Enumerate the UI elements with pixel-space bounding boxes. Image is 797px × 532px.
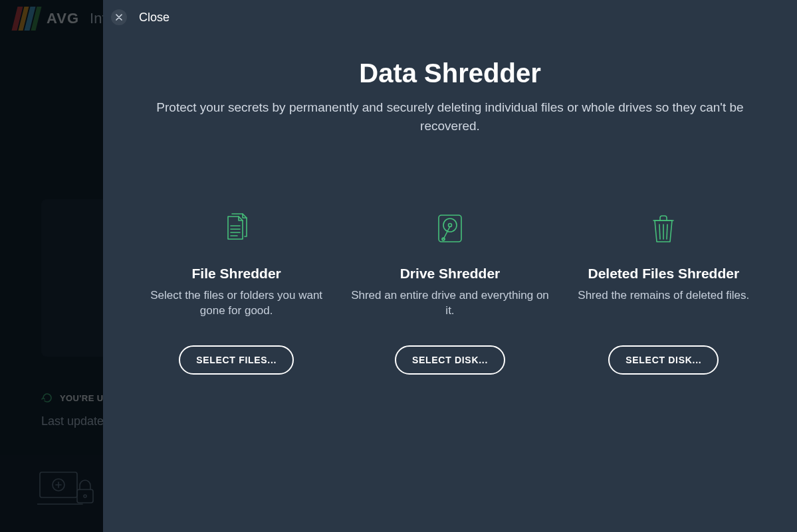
option-description: Shred an entire drive and everything on …: [350, 288, 550, 320]
close-button[interactable]: Close: [139, 11, 170, 25]
options-row: File Shredder Select the files or folder…: [103, 213, 797, 375]
hdd-icon: [433, 213, 467, 244]
modal-title: Data Shredder: [103, 58, 797, 88]
files-icon: [220, 213, 253, 244]
update-status-row: YOU'RE U: [41, 392, 104, 404]
close-icon[interactable]: [111, 9, 127, 25]
option-description: Shred the remains of deleted files.: [578, 288, 749, 320]
close-row: Close: [111, 9, 170, 25]
secure-device-icon: [37, 467, 97, 509]
data-shredder-modal: Close Data Shredder Protect your secrets…: [103, 0, 797, 532]
option-file-shredder: File Shredder Select the files or folder…: [137, 213, 336, 375]
modal-subtitle: Protect your secrets by permanently and …: [143, 98, 757, 135]
svg-line-21: [667, 224, 667, 239]
svg-point-10: [84, 495, 86, 497]
option-description: Select the files or folders you want gon…: [137, 288, 336, 320]
option-deleted-files-shredder: Deleted Files Shredder Shred the remains…: [564, 213, 763, 375]
refresh-icon: [41, 392, 53, 404]
option-drive-shredder: Drive Shredder Shred an entire drive and…: [350, 213, 550, 375]
svg-rect-9: [77, 489, 93, 503]
last-updated-label: Last updated: [41, 414, 110, 428]
update-label: YOU'RE U: [60, 393, 104, 403]
select-deleted-disk-button[interactable]: SELECT DISK...: [608, 345, 719, 375]
select-files-button[interactable]: SELECT FILES...: [179, 345, 294, 375]
option-title: Drive Shredder: [400, 266, 501, 282]
select-disk-button[interactable]: SELECT DISK...: [395, 345, 505, 375]
avg-logo-icon: [15, 7, 39, 31]
option-title: Deleted Files Shredder: [588, 266, 740, 282]
trash-icon: [647, 213, 680, 244]
svg-point-16: [443, 219, 457, 232]
brand-name: AVG: [47, 10, 79, 27]
option-title: File Shredder: [192, 266, 281, 282]
svg-line-19: [659, 224, 660, 239]
